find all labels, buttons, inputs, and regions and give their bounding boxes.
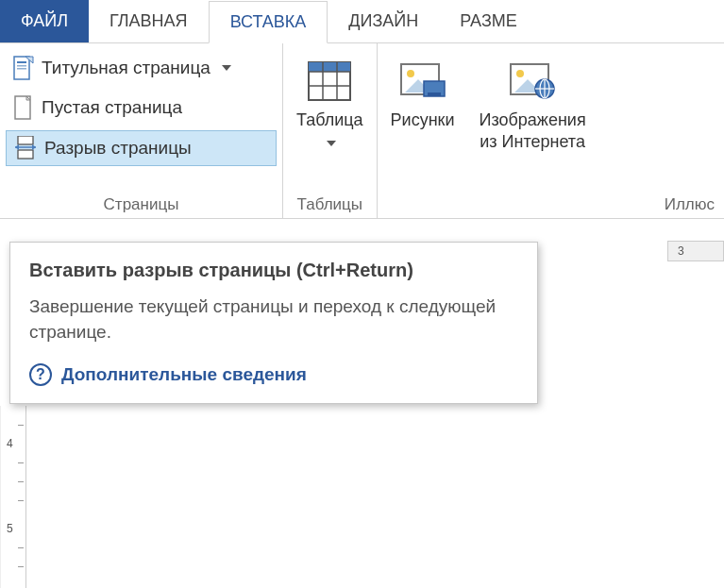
group-pages-label: Страницы bbox=[6, 193, 277, 214]
page-break-label: Разрыв страницы bbox=[44, 138, 192, 159]
tooltip-more-info-link[interactable]: ? Дополнительные сведения bbox=[29, 363, 518, 386]
group-pages: Титульная страница Пустая страница bbox=[0, 43, 283, 218]
table-icon bbox=[303, 57, 356, 106]
pictures-button[interactable]: Рисунки bbox=[383, 51, 463, 133]
dropdown-caret-icon bbox=[327, 141, 336, 146]
tooltip-more-info-label: Дополнительные сведения bbox=[61, 364, 307, 385]
group-tables: Таблица Таблицы bbox=[283, 43, 378, 218]
pictures-label: Рисунки bbox=[391, 109, 455, 131]
blank-page-icon bbox=[13, 95, 34, 120]
online-pictures-label-1: Изображения bbox=[480, 110, 586, 129]
ribbon: Титульная страница Пустая страница bbox=[0, 43, 724, 219]
tab-layout[interactable]: РАЗМЕ bbox=[439, 0, 537, 42]
tab-design[interactable]: ДИЗАЙН bbox=[328, 0, 439, 42]
group-illustrations-label: Иллюс bbox=[383, 193, 718, 214]
svg-rect-3 bbox=[17, 68, 26, 70]
help-icon: ? bbox=[29, 363, 52, 386]
svg-rect-11 bbox=[309, 62, 350, 72]
blank-page-button[interactable]: Пустая страница bbox=[6, 91, 277, 125]
svg-rect-20 bbox=[428, 92, 441, 96]
svg-point-22 bbox=[516, 70, 524, 77]
table-button[interactable]: Таблица bbox=[289, 51, 371, 156]
page-break-icon bbox=[14, 136, 37, 160]
online-pictures-icon bbox=[506, 57, 559, 106]
cover-page-label: Титульная страница bbox=[42, 58, 210, 78]
ruler-v-mark-5: 5 bbox=[7, 522, 13, 535]
document-area[interactable] bbox=[26, 406, 724, 588]
svg-point-17 bbox=[407, 70, 414, 77]
svg-rect-1 bbox=[17, 61, 26, 63]
ribbon-tabs: ФАЙЛ ГЛАВНАЯ ВСТАВКА ДИЗАЙН РАЗМЕ bbox=[0, 0, 724, 43]
horizontal-ruler: 3 bbox=[667, 241, 724, 261]
svg-rect-2 bbox=[17, 65, 26, 67]
svg-rect-6 bbox=[18, 150, 33, 159]
online-pictures-button[interactable]: Изображения из Интернета bbox=[472, 51, 594, 156]
svg-rect-5 bbox=[18, 136, 33, 144]
tooltip-title: Вставить разрыв страницы (Ctrl+Return) bbox=[29, 260, 518, 281]
tooltip-panel: Вставить разрыв страницы (Ctrl+Return) З… bbox=[9, 242, 538, 404]
tab-insert[interactable]: ВСТАВКА bbox=[209, 1, 328, 43]
tab-home[interactable]: ГЛАВНАЯ bbox=[89, 0, 209, 42]
page-break-button[interactable]: Разрыв страницы bbox=[6, 130, 277, 166]
dropdown-caret-icon bbox=[222, 65, 231, 71]
vertical-ruler: 4 5 bbox=[0, 406, 26, 588]
tab-file[interactable]: ФАЙЛ bbox=[0, 0, 89, 42]
table-label: Таблица bbox=[296, 110, 363, 129]
pictures-icon bbox=[396, 57, 449, 106]
cover-page-button[interactable]: Титульная страница bbox=[6, 51, 277, 85]
group-illustrations: Рисунки Изображения из Инт bbox=[378, 43, 724, 218]
blank-page-label: Пустая страница bbox=[42, 97, 182, 118]
ruler-v-mark-4: 4 bbox=[7, 437, 13, 450]
ruler-h-mark: 3 bbox=[678, 244, 684, 258]
svg-marker-8 bbox=[32, 144, 36, 150]
group-tables-label: Таблицы bbox=[289, 193, 371, 214]
online-pictures-label-2: из Интернета bbox=[480, 132, 585, 151]
svg-marker-9 bbox=[15, 144, 19, 150]
cover-page-icon bbox=[13, 56, 34, 80]
tooltip-description: Завершение текущей страницы и переход к … bbox=[29, 294, 518, 344]
